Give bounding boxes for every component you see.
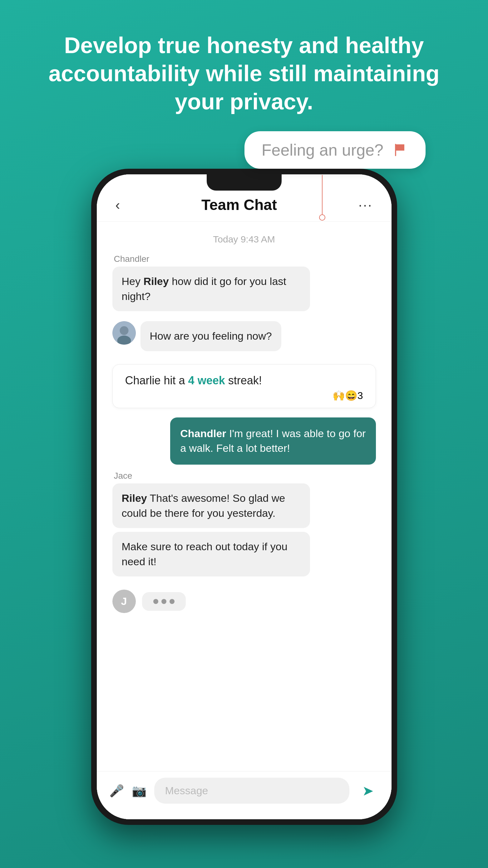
message-bubble: Riley That's awesome! So glad we could b… — [112, 484, 310, 528]
input-bar: 🎤 📷 Message ➤ — [97, 771, 392, 819]
bold-name: Riley — [122, 492, 147, 504]
back-button[interactable]: ‹ — [116, 197, 120, 213]
avatar — [112, 321, 136, 345]
streak-value: 4 week — [188, 374, 225, 387]
message-timestamp: Today 9:43 AM — [112, 234, 376, 245]
connector-dot — [319, 214, 325, 221]
message-input[interactable]: Message — [154, 778, 349, 804]
phone-notch — [207, 174, 282, 191]
list-item: Chandler Hey Riley how did it go for you… — [112, 254, 310, 315]
phone-outer: ‹ Team Chat ··· Today 9:43 AM Chandler H… — [91, 169, 397, 825]
message-input-placeholder: Message — [165, 784, 208, 797]
messages-area: Today 9:43 AM Chandler Hey Riley how did… — [97, 221, 392, 771]
sender-name: Jace — [112, 471, 132, 481]
typing-dot-3 — [169, 599, 174, 604]
streak-text: Charlie hit a 4 week streak! — [125, 374, 363, 387]
flag-icon[interactable] — [391, 142, 409, 159]
typing-indicator: J — [112, 590, 376, 613]
list-item: Jace Riley That's awesome! So glad we co… — [112, 471, 310, 580]
message-bubble: Make sure to reach out today if you need… — [112, 532, 310, 577]
typing-dot-2 — [161, 599, 166, 604]
typing-bubble — [142, 592, 186, 611]
sender-name: Chandler — [112, 254, 150, 264]
streak-card: Charlie hit a 4 week streak! 🙌😄3 — [112, 364, 376, 408]
sent-message-bubble: Chandler I'm great! I was able to go for… — [170, 417, 376, 465]
streak-reactions: 🙌😄3 — [125, 390, 363, 402]
more-options-button[interactable]: ··· — [358, 197, 373, 213]
chat-screen: ‹ Team Chat ··· Today 9:43 AM Chandler H… — [97, 174, 392, 819]
urge-text: Feeling an urge? — [262, 141, 383, 159]
list-item: Chandler I'm great! I was able to go for… — [170, 417, 376, 465]
typing-dot-1 — [153, 599, 158, 604]
chat-title: Team Chat — [201, 196, 277, 213]
list-item: How are you feeling now? — [112, 321, 376, 355]
send-button[interactable]: ➤ — [357, 780, 379, 802]
send-icon: ➤ — [362, 783, 374, 799]
sent-sender-name: Chandler — [180, 428, 226, 439]
headline-text: Develop true honesty and healthy account… — [0, 31, 488, 116]
typing-avatar: J — [112, 590, 136, 613]
camera-icon[interactable]: 📷 — [132, 784, 147, 798]
avatar-image — [112, 321, 136, 345]
message-bubble: How are you feeling now? — [140, 321, 281, 351]
message-bubble: Hey Riley how did it go for you last nig… — [112, 267, 310, 311]
connector-line — [322, 175, 323, 216]
phone-screen: ‹ Team Chat ··· Today 9:43 AM Chandler H… — [97, 174, 392, 819]
microphone-icon[interactable]: 🎤 — [109, 784, 124, 798]
bold-name: Riley — [143, 275, 169, 287]
urge-bubble[interactable]: Feeling an urge? — [245, 131, 426, 169]
svg-point-1 — [120, 326, 128, 335]
phone-wrapper: ‹ Team Chat ··· Today 9:43 AM Chandler H… — [91, 169, 397, 825]
